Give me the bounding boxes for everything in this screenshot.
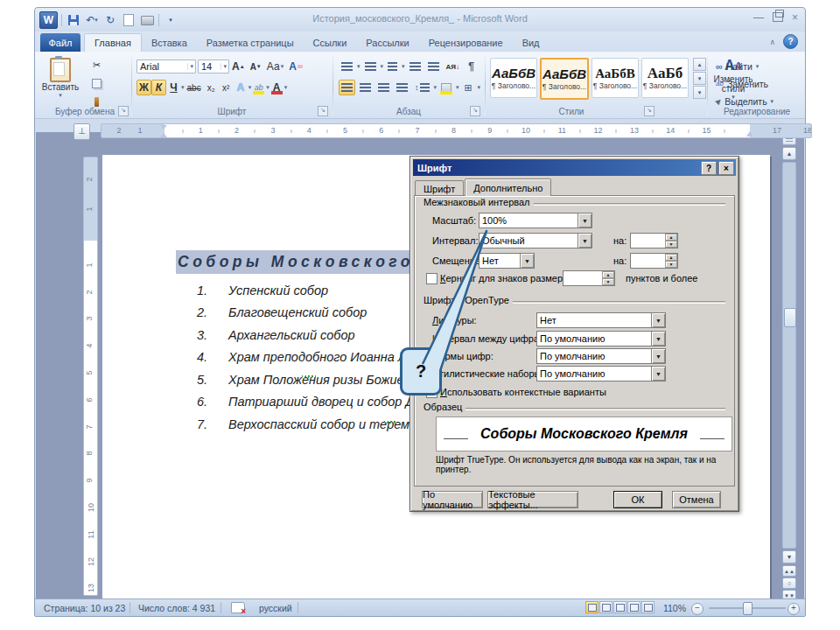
align-center-button[interactable] xyxy=(357,80,374,95)
spin-down-icon[interactable]: ▼ xyxy=(665,261,677,268)
font-color-button[interactable]: А xyxy=(270,80,284,95)
cancel-button[interactable]: Отмена xyxy=(672,491,721,508)
minimize-button[interactable]: — xyxy=(753,12,764,23)
dialog-close-button[interactable]: × xyxy=(718,161,734,175)
tab-file[interactable]: Файл xyxy=(40,33,80,52)
word-count[interactable]: Число слов: 4 931 xyxy=(131,599,222,616)
font-dialog-launcher-icon[interactable]: ↘ xyxy=(318,106,328,116)
language-indicator[interactable]: русский xyxy=(252,599,299,616)
font-size-combobox[interactable]: 14▾ xyxy=(198,60,229,74)
spacing-combobox[interactable]: Обычный▼ xyxy=(479,233,592,248)
spin-down-icon[interactable]: ▼ xyxy=(665,241,677,248)
shrink-font-button[interactable]: А▼ xyxy=(248,59,264,74)
dialog-tab-font[interactable]: Шрифт xyxy=(415,180,464,196)
scroll-up-icon[interactable]: ▲ xyxy=(782,147,796,160)
text-effects-button-dialog[interactable]: Текстовые эффекты... xyxy=(487,491,578,508)
italic-button[interactable]: К xyxy=(151,80,166,95)
style-card-selected[interactable]: АаБбВ ¶ Заголово... xyxy=(540,58,589,100)
copy-button[interactable] xyxy=(89,75,104,91)
indent-marker-icon[interactable] xyxy=(159,125,169,137)
position-combobox[interactable]: Нет▼ xyxy=(479,253,535,269)
select-browse-object-button[interactable]: ○ xyxy=(782,578,796,589)
position-by-input[interactable]: ▲▼ xyxy=(630,253,678,269)
tab-mailings[interactable]: Рассылки xyxy=(356,33,418,52)
dialog-title-bar[interactable]: Шрифт ? × xyxy=(413,159,736,176)
decrease-indent-button[interactable] xyxy=(407,59,424,74)
tab-view[interactable]: Вид xyxy=(513,33,550,52)
shading-button[interactable] xyxy=(438,80,454,95)
kerning-size-input[interactable]: ▲▼ xyxy=(563,270,615,286)
superscript-button[interactable]: x² xyxy=(219,80,234,95)
scrollbar-track[interactable] xyxy=(782,162,796,549)
dropdown-arrow-icon[interactable]: ▼ xyxy=(651,313,665,327)
tab-review[interactable]: Рецензирование xyxy=(419,33,513,52)
dropdown-arrow-icon[interactable]: ▼ xyxy=(578,234,592,248)
set-as-default-button[interactable]: По умолчанию xyxy=(422,491,483,508)
numbering-button[interactable] xyxy=(362,59,379,74)
tab-home[interactable]: Главная xyxy=(84,33,142,52)
zoom-in-button[interactable]: + xyxy=(788,603,800,615)
line-spacing-button[interactable]: ↕ xyxy=(412,80,432,95)
horizontal-ruler[interactable]: 211234567891011121314151718 xyxy=(101,123,812,138)
cut-button[interactable]: ✂ xyxy=(89,57,104,73)
find-button[interactable]: ∞ Найти ▾ xyxy=(716,59,774,74)
numbered-list[interactable]: 1.Успенский собор 2.Благовещенский собор… xyxy=(197,279,426,436)
styles-dialog-launcher-icon[interactable]: ↘ xyxy=(644,106,654,116)
increase-indent-button[interactable] xyxy=(425,59,442,74)
dropdown-arrow-icon[interactable]: ▼ xyxy=(651,367,665,381)
spellcheck-status[interactable] xyxy=(224,599,252,616)
full-screen-reading-view-button[interactable] xyxy=(599,601,612,613)
paste-button[interactable]: Вставить ▾ xyxy=(42,55,79,111)
title-bar[interactable]: W ↶▾ ↻ ▾ История_московского_Кремля_ - M… xyxy=(35,8,805,32)
tab-page-layout[interactable]: Разметка страницы xyxy=(197,33,304,52)
tab-insert[interactable]: Вставка xyxy=(142,33,197,52)
page-indicator[interactable]: Страница: 10 из 23 xyxy=(37,599,132,616)
dialog-tab-advanced[interactable]: Дополнительно xyxy=(465,178,551,196)
dropdown-arrow-icon[interactable]: ▼ xyxy=(651,332,665,346)
style-card[interactable]: АаБб ¶ Заголово... xyxy=(641,58,689,98)
spin-up-icon[interactable]: ▲ xyxy=(665,254,677,261)
restore-button[interactable] xyxy=(773,12,783,22)
grow-font-button[interactable]: А▲ xyxy=(229,59,248,74)
number-spacing-combobox[interactable]: По умолчанию▼ xyxy=(536,331,666,346)
styles-gallery-more-icon[interactable]: ▾ xyxy=(693,86,706,99)
font-name-combobox[interactable]: Arial▾ xyxy=(136,60,196,74)
show-marks-button[interactable]: ¶ xyxy=(464,59,479,74)
change-case-button[interactable]: Аа▾ xyxy=(264,59,286,74)
draft-view-button[interactable] xyxy=(641,601,654,613)
justify-button[interactable] xyxy=(394,80,410,95)
zoom-level[interactable]: 110% xyxy=(663,603,686,613)
collapse-ribbon-icon[interactable]: ∧ xyxy=(769,38,775,46)
sort-button[interactable]: АЯ↓ xyxy=(444,59,463,74)
strikethrough-button[interactable]: abc xyxy=(185,80,204,95)
clear-formatting-button[interactable]: А xyxy=(286,59,305,74)
web-layout-view-button[interactable] xyxy=(613,601,626,613)
paragraph-dialog-launcher-icon[interactable]: ↘ xyxy=(470,106,480,116)
print-layout-view-button[interactable] xyxy=(585,601,598,613)
underline-button[interactable]: Ч xyxy=(166,80,181,95)
ligatures-combobox[interactable]: Нет▼ xyxy=(536,312,666,328)
stylistic-sets-combobox[interactable]: По умолчанию▼ xyxy=(536,366,666,382)
subscript-button[interactable]: x₂ xyxy=(204,80,219,95)
dropdown-arrow-icon[interactable]: ▼ xyxy=(520,254,534,268)
multilevel-list-button[interactable] xyxy=(385,59,400,74)
tab-references[interactable]: Ссылки xyxy=(304,33,357,52)
outline-view-button[interactable] xyxy=(627,601,640,613)
vertical-scrollbar[interactable]: ▲ ▼ ▲▲ ○ ▼▼ xyxy=(782,132,797,599)
spin-up-icon[interactable]: ▲ xyxy=(602,271,614,278)
zoom-slider-thumb[interactable] xyxy=(743,602,752,615)
right-indent-marker-icon[interactable] xyxy=(746,131,753,136)
previous-page-button[interactable]: ▲▲ xyxy=(782,565,796,577)
scale-combobox[interactable]: 100%▼ xyxy=(479,213,592,228)
style-card[interactable]: АаБбВ ¶ Заголово... xyxy=(592,58,639,98)
style-card[interactable]: АаБбВ ¶ Заголово... xyxy=(490,58,537,98)
dropdown-arrow-icon[interactable]: ▼ xyxy=(578,214,592,228)
scrollbar-thumb[interactable] xyxy=(784,308,796,327)
text-highlight-button[interactable]: ab xyxy=(251,80,266,95)
align-left-button[interactable] xyxy=(339,80,355,95)
bullets-button[interactable] xyxy=(339,59,355,74)
bold-button[interactable]: Ж xyxy=(136,80,151,95)
text-effects-button[interactable]: А xyxy=(234,80,248,95)
borders-button[interactable]: ⊞ xyxy=(461,80,476,95)
vertical-ruler[interactable]: 2112345678910111213 xyxy=(83,157,98,596)
